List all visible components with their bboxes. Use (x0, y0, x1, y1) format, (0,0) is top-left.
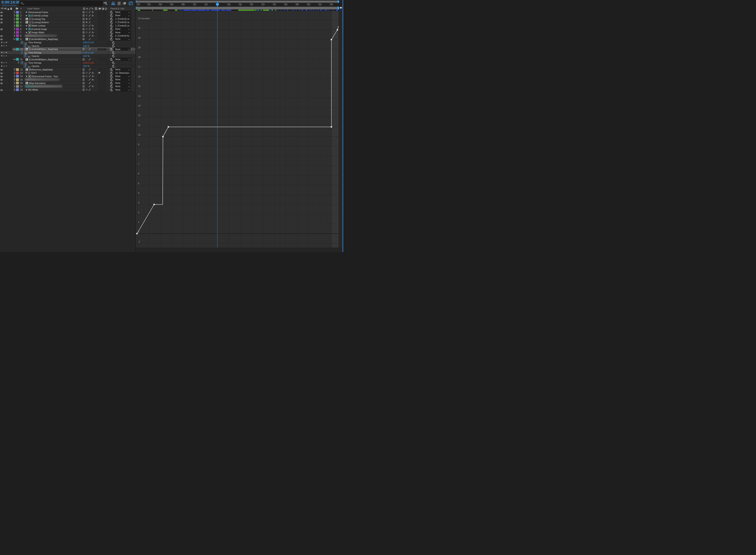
collapse-transformations-switch[interactable] (85, 88, 88, 91)
layer-name[interactable]: BG White (28, 88, 38, 91)
shy-switch[interactable] (82, 14, 85, 17)
frame-blend-switch[interactable] (98, 34, 101, 37)
layer-twirl-icon[interactable]: ❯ (13, 17, 15, 20)
layer-name-group[interactable]: ★Matte Lockup (26, 24, 45, 27)
audio-toggle[interactable] (3, 81, 6, 84)
lock-toggle[interactable] (9, 81, 12, 84)
frame-blend-switch[interactable] (98, 58, 101, 61)
work-area-bar[interactable] (136, 7, 344, 10)
audio-toggle[interactable] (3, 78, 6, 81)
audio-toggle[interactable] (3, 85, 6, 88)
collapse-transformations-switch[interactable] (85, 21, 88, 24)
parent-dropdown[interactable]: 2. [Control] Lo (113, 24, 131, 27)
keyframe[interactable] (336, 29, 338, 31)
fx-switch[interactable]: fx (91, 24, 94, 27)
parent-dropdown[interactable]: 2. [Control] Lo (113, 17, 131, 20)
eye-icon[interactable] (0, 68, 3, 71)
parent-dropdown[interactable]: None (113, 11, 131, 14)
lock-toggle[interactable] (9, 78, 12, 81)
collapse-transformations-switch[interactable] (85, 71, 88, 74)
keyframe[interactable] (136, 233, 137, 234)
layer-row[interactable]: ❯11[ColorfieldRibbon_MapData]None (0, 58, 135, 61)
audio-toggle[interactable] (3, 37, 6, 41)
eye-icon[interactable] (0, 75, 3, 78)
quality-switch[interactable] (88, 34, 91, 37)
lock-toggle[interactable] (9, 10, 12, 13)
parent-dropdown[interactable]: None (113, 48, 131, 51)
layer-name[interactable]: [References_MapData] (29, 68, 52, 71)
property-row[interactable]: ◀◇▶Time Remap0:00:11:00 (0, 51, 135, 54)
video-toggle[interactable] (0, 31, 3, 34)
shy-switch[interactable] (82, 71, 85, 74)
layer-name[interactable]: Matte Lockup (32, 24, 45, 27)
audio-toggle[interactable] (3, 71, 6, 74)
motion-blur-switch[interactable] (101, 28, 104, 31)
layer-twirl-icon[interactable]: ❯ (13, 75, 15, 77)
frame-blend-switch[interactable] (98, 31, 101, 34)
quality-switch[interactable] (88, 28, 91, 31)
shy-switch[interactable] (82, 81, 85, 84)
property-row[interactable]: ◀◇▶❯Time Remap0:00:11:00 (0, 61, 135, 65)
threed-switch[interactable] (104, 75, 107, 78)
layer-row[interactable]: ❯13TTEXTfx14. Dimensior (0, 71, 135, 75)
layer-name-group[interactable]: [ColorfieldRibbon_MapData] (26, 58, 58, 61)
graph-editor-icon[interactable] (128, 1, 133, 6)
shy-switch[interactable] (82, 75, 85, 78)
zoom-scrollbar-right-cap[interactable] (337, 0, 339, 3)
layer-name[interactable]: Image Matte (32, 31, 44, 34)
shy-switch[interactable] (82, 68, 85, 71)
collapse-transformations-switch[interactable] (85, 24, 88, 27)
quality-switch[interactable] (88, 88, 91, 91)
layer-color-chip[interactable] (16, 85, 19, 88)
motion-blur-switch[interactable] (101, 72, 104, 74)
audio-toggle[interactable] (3, 88, 6, 91)
solo-toggle[interactable] (6, 68, 9, 71)
property-row[interactable]: ◀◇▶Opacity100 % (0, 54, 135, 57)
quality-switch[interactable] (88, 85, 91, 88)
layer-color-chip[interactable] (16, 28, 19, 31)
layer-row[interactable]: ❯16[Map Animation]None (0, 81, 135, 85)
motion-blur-switch[interactable] (101, 88, 104, 91)
quality-switch[interactable] (88, 75, 91, 78)
add-keyframe-button[interactable]: ◇ (3, 61, 5, 64)
prev-keyframe-button[interactable]: ◀ (1, 45, 2, 47)
frame-blend-switch[interactable] (98, 17, 101, 20)
eye-icon[interactable] (0, 20, 3, 24)
layer-row[interactable]: ❯5★Matte Lockupfx2. [Control] Lo (0, 24, 135, 27)
layer-color-chip[interactable] (16, 68, 19, 71)
layer-row[interactable]: ❯18★BG WhiteNone (0, 88, 135, 91)
threed-switch[interactable] (104, 82, 107, 84)
work-area-left-cap[interactable] (136, 7, 136, 10)
stopwatch-icon[interactable] (20, 61, 24, 65)
lock-toggle[interactable] (9, 27, 12, 31)
motion-blur-switch[interactable] (101, 58, 104, 61)
layer-twirl-icon[interactable]: ❯ (13, 14, 15, 16)
lock-toggle[interactable] (9, 48, 12, 51)
add-keyframe-button[interactable]: ◇ (3, 51, 5, 54)
search-input[interactable] (19, 1, 103, 6)
threed-switch[interactable] (104, 48, 107, 51)
add-keyframe-button[interactable]: ◇ (3, 45, 5, 47)
frame-blend-switch[interactable] (98, 82, 101, 84)
layer-name-group[interactable]: ★Dimensional Frame - Text (26, 75, 57, 78)
layer-color-chip[interactable] (16, 34, 19, 37)
fx-switch[interactable]: fx (91, 31, 94, 34)
quality-switch[interactable] (88, 68, 91, 71)
fx-switch[interactable]: fx (91, 85, 94, 88)
eye-icon[interactable] (0, 34, 3, 37)
motion-blur-switch[interactable] (101, 14, 104, 17)
layer-twirl-icon[interactable]: ❯ (13, 72, 15, 74)
layer-row[interactable]: ❯4[Lockup] Bottom2. [Control] Lo (0, 20, 135, 24)
solo-toggle[interactable] (6, 20, 9, 24)
quality-switch[interactable] (88, 24, 91, 27)
video-toggle[interactable] (0, 58, 3, 61)
quality-switch[interactable] (88, 58, 91, 61)
layer-color-chip[interactable] (16, 24, 19, 27)
lock-toggle[interactable] (9, 17, 12, 20)
frame-blend-switch[interactable] (98, 11, 101, 13)
threed-switch[interactable] (104, 85, 107, 88)
layer-twirl-icon[interactable]: ❯ (13, 24, 15, 27)
keyframe[interactable] (331, 126, 332, 128)
property-name[interactable]: Opacity (32, 45, 39, 47)
layer-color-chip[interactable] (16, 38, 19, 41)
